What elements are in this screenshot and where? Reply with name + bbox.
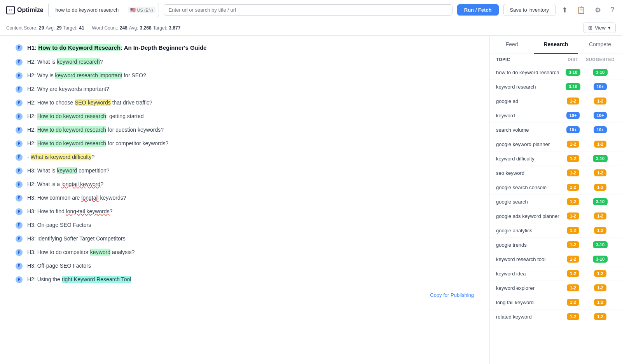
dist-badge: 1-2	[561, 141, 585, 148]
topic-name: google search console	[496, 185, 561, 190]
heading-text: H2: Why is keyword research important fo…	[27, 71, 146, 80]
suggested-badge: 3-10	[585, 198, 616, 205]
chevron-down-icon: ▾	[608, 25, 611, 31]
heading-row: P H2: What is keyword research?	[16, 58, 474, 66]
heading-row: P H2: How to do keyword research for que…	[16, 126, 474, 134]
right-panel: Feed Research Compete TOPIC DIST SUGGEST…	[490, 36, 622, 364]
list-item: google search 1-2 3-10	[490, 195, 622, 209]
flag-icon: 🇺🇸	[130, 7, 136, 12]
suggested-badge: 1-2	[585, 313, 616, 320]
p-badge: P	[16, 59, 23, 66]
dist-badge: 1-2	[561, 155, 585, 162]
list-item: how to do keyword research 3-10 3-10	[490, 65, 622, 80]
heading-text: H1: How to do Keyword Research: An In-De…	[27, 44, 206, 52]
col-suggested-header: SUGGESTED	[585, 57, 616, 62]
url-input[interactable]	[164, 4, 453, 16]
topic-table[interactable]: TOPIC DIST SUGGESTED how to do keyword r…	[490, 54, 622, 364]
content-score-stat: Content Score: 29 Avg: 29 Target: 41	[6, 25, 84, 31]
topic-name: google ads keyword planner	[496, 213, 561, 219]
p-badge: P	[16, 167, 23, 174]
content-area[interactable]: P H1: How to do Keyword Research: An In-…	[0, 36, 490, 364]
dist-badge: 1-2	[561, 299, 585, 306]
header-actions: ⬆ 📋 ⚙ ?	[560, 4, 616, 16]
copy-publishing-button[interactable]: Copy for Publishing	[16, 289, 474, 301]
word-count-label: Word Count:	[92, 25, 118, 31]
settings-icon[interactable]: ⚙	[593, 4, 603, 16]
dist-badge: 1-2	[561, 184, 585, 191]
heading-text: H2: Why are keywords important?	[27, 85, 109, 93]
topic-name: related keyword	[496, 314, 561, 320]
tab-feed[interactable]: Feed	[490, 36, 534, 54]
topic-name: google search	[496, 199, 561, 205]
topic-table-header: TOPIC DIST SUGGESTED	[490, 54, 622, 65]
topic-name: google ad	[496, 98, 561, 104]
region-tag: 🇺🇸 US (EN)	[128, 7, 156, 13]
col-topic-header: TOPIC	[496, 57, 561, 62]
word-count-stat: Word Count: 248 Avg: 3,268 Target: 3,677	[92, 25, 181, 31]
list-item: keyword 10+ 10+	[490, 108, 622, 123]
list-item: keyword difficulty 1-2 3-10	[490, 152, 622, 166]
suggested-badge: 1-2	[585, 98, 616, 104]
heading-text: H2: What is keyword research?	[27, 58, 103, 66]
topic-name: google keyword planner	[496, 141, 561, 147]
suggested-badge: 1-2	[585, 284, 616, 291]
p-badge: P	[16, 99, 23, 106]
p-badge: P	[16, 181, 23, 188]
target-label: Target:	[63, 25, 78, 31]
app-title: Optimize	[17, 7, 44, 14]
heading-text: H2: How to do keyword research: getting …	[27, 112, 144, 120]
heading-text: H3: Off-page SEO Factors	[27, 262, 91, 270]
col-dist-header: DIST	[561, 57, 585, 62]
save-inventory-button[interactable]: Save to inventory	[503, 4, 556, 16]
tab-compete[interactable]: Compete	[578, 36, 622, 54]
p-badge: P	[16, 222, 23, 229]
region-label: US (EN)	[137, 8, 153, 12]
p-badge: P	[16, 249, 23, 256]
p-badge: P	[16, 235, 23, 242]
suggested-badge: 10+	[585, 83, 616, 90]
heading-row: P H3: What is keyword competition?	[16, 167, 474, 175]
upload-icon[interactable]: ⬆	[560, 4, 569, 16]
topic-name: search volume	[496, 127, 561, 133]
list-item: related keyword 1-2 1-2	[490, 310, 622, 324]
dist-badge: 1-2	[561, 212, 585, 219]
heading-text: - What is keyword difficulty?	[27, 153, 94, 161]
avg2-value: 3,268	[140, 25, 152, 31]
tabs: Feed Research Compete	[490, 36, 622, 54]
keyword-search-input[interactable]	[52, 5, 126, 15]
run-fetch-button[interactable]: Run / Fetch	[457, 4, 499, 16]
main-area: P H1: How to do Keyword Research: An In-…	[0, 36, 622, 364]
list-item: keyword research 3-10 10+	[490, 80, 622, 94]
dist-badge: 10+	[561, 112, 585, 119]
word-count-value: 248	[120, 25, 128, 31]
topic-name: keyword idea	[496, 271, 561, 277]
heading-row: P H3: Off-page SEO Factors	[16, 262, 474, 270]
help-icon[interactable]: ?	[609, 4, 616, 16]
p-badge: P	[16, 86, 23, 93]
heading-row: P H2: How to do keyword research: gettin…	[16, 112, 474, 120]
suggested-badge: 3-10	[585, 256, 616, 263]
dist-badge: 1-2	[561, 241, 585, 248]
suggested-badge: 1-2	[585, 169, 616, 176]
suggested-badge: 1-2	[585, 299, 616, 306]
topic-name: keyword research tool	[496, 256, 561, 262]
dist-badge: 3-10	[561, 83, 585, 90]
document-icon[interactable]: 📋	[575, 4, 587, 16]
view-button[interactable]: ⊞ View ▾	[583, 23, 616, 33]
list-item: google ad 1-2 1-2	[490, 94, 622, 108]
header: □ Optimize 🇺🇸 US (EN) Run / Fetch Save t…	[0, 0, 622, 20]
tab-research[interactable]: Research	[534, 36, 578, 54]
list-item: google search console 1-2 1-2	[490, 180, 622, 195]
heading-text: H3: On-page SEO Factors	[27, 221, 91, 229]
p-badge: P	[16, 127, 23, 134]
list-item: long tail keyword 1-2 1-2	[490, 295, 622, 310]
heading-row: P H2: What is a longtail keyword?	[16, 180, 474, 188]
p-badge: P	[16, 44, 23, 51]
topic-rows: how to do keyword research 3-10 3-10 key…	[490, 65, 622, 324]
dist-badge: 1-2	[561, 227, 585, 234]
p-badge: P	[16, 276, 23, 283]
list-item: google analytics 1-2 1-2	[490, 223, 622, 238]
list-item: keyword research tool 1-2 3-10	[490, 252, 622, 266]
list-item: keyword explorer 1-2 1-2	[490, 281, 622, 295]
target2-value: 3,677	[169, 25, 180, 31]
